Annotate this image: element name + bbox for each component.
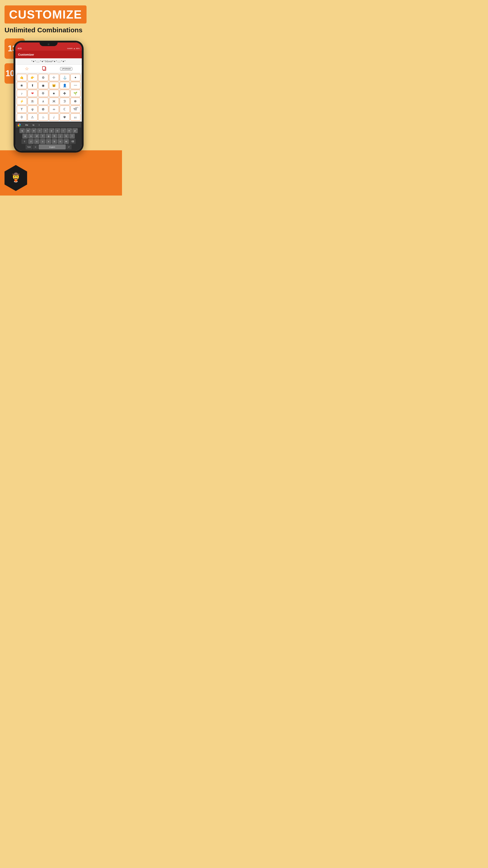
customize-banner: CUSTOMIZE <box>4 5 87 24</box>
key-c[interactable]: c <box>40 139 45 144</box>
symbol-cell-35[interactable]: ⚏ <box>70 114 80 121</box>
symbol-cell-19[interactable]: ☕ <box>28 98 38 105</box>
symbol-cell-32[interactable]: ♨ <box>38 114 48 121</box>
app-title: Customizer <box>18 53 34 56</box>
key-m[interactable]: m <box>64 139 69 144</box>
upgrade-tab[interactable]: UPGRADE <box>60 67 72 70</box>
symbol-cell-28[interactable]: ℂ <box>60 105 70 113</box>
banner-text: CUSTOMIZE <box>9 8 82 21</box>
key-e[interactable]: e3 <box>31 128 37 133</box>
app-header: Customizer <box>15 51 82 58</box>
key-w[interactable]: w2 <box>25 128 31 133</box>
key-space[interactable]: English <box>39 145 66 149</box>
symbol-cell-21[interactable]: Ж <box>49 98 59 105</box>
suggestion-3[interactable]: I <box>39 124 39 126</box>
symbol-cell-0[interactable]: 🤙 <box>17 74 27 81</box>
key-n[interactable]: n <box>58 139 63 144</box>
camera-icon <box>48 43 50 45</box>
symbol-cell-20[interactable]: ∧ <box>38 98 48 105</box>
google-icon <box>18 123 21 127</box>
symbol-cell-22[interactable]: ℬ <box>60 98 70 105</box>
key-v[interactable]: v <box>46 139 51 144</box>
symbol-cell-29[interactable]: ੴ <box>70 105 80 113</box>
subtitle-text: Unlimited Combinations <box>4 26 83 34</box>
key-z[interactable]: z <box>28 139 34 144</box>
hex-logo: 🤠 🦊 <box>4 165 27 191</box>
symbol-cell-33[interactable]: ♩ <box>49 114 59 121</box>
symbol-cell-23[interactable]: ☸ <box>70 98 80 105</box>
symbol-cell-3[interactable]: ☩ <box>49 74 59 81</box>
symbol-cell-30[interactable]: 0 <box>17 114 27 121</box>
keyboard-row-4: ?123 ☺ English ↵ <box>16 145 81 149</box>
key-i[interactable]: i8 <box>61 128 66 133</box>
symbol-cell-26[interactable]: ✿ <box>38 105 48 113</box>
signal-icon: ▲ <box>73 48 75 50</box>
phone-notch <box>39 42 58 46</box>
key-emoji[interactable]: ☺ <box>33 145 38 149</box>
symbol-cell-17[interactable]: 🌱 <box>70 90 80 97</box>
symbol-cell-10[interactable]: 👤 <box>60 82 70 89</box>
tab-row: ☆ UPGRADE <box>15 65 82 73</box>
phone-mockup: 4:21 VoWiFi ▲ 98% Customizer *★*:;;;:*★*… <box>13 41 122 153</box>
symbol-cell-4[interactable]: ⚓ <box>60 74 70 81</box>
wifi-label: VoWiFi <box>67 48 73 50</box>
symbol-cell-11[interactable]: 〰 <box>70 82 80 89</box>
key-delete[interactable]: ⌫ <box>69 139 76 144</box>
key-b[interactable]: b <box>52 139 57 144</box>
key-o[interactable]: o9 <box>66 128 72 133</box>
keyboard[interactable]: the to I q1w2e3r4t5y6u7i8o9p0 asdfghjkl … <box>15 122 82 151</box>
key-f[interactable]: f <box>40 133 45 138</box>
key-x[interactable]: x <box>34 139 39 144</box>
key-j[interactable]: j <box>58 133 63 138</box>
key-123[interactable]: ?123 <box>26 145 32 149</box>
symbol-cell-7[interactable]: ⬆ <box>28 82 38 89</box>
key-r[interactable]: r4 <box>37 128 42 133</box>
copy-tab[interactable] <box>42 66 47 71</box>
symbol-cell-8[interactable]: ◉ <box>38 82 48 89</box>
symbol-cell-27[interactable]: ∞ <box>49 105 59 113</box>
symbol-cell-2[interactable]: ⚙ <box>38 74 48 81</box>
keyboard-row-3: ⇧zxcvbnm⌫ <box>16 139 81 144</box>
key-d[interactable]: d <box>34 133 39 138</box>
key-q[interactable]: q1 <box>20 128 25 133</box>
suggestion-1[interactable]: the <box>25 124 28 126</box>
key-a[interactable]: a <box>22 133 28 138</box>
symbol-cell-15[interactable]: ★ <box>49 90 59 97</box>
symbol-cell-12[interactable]: ♪ <box>17 90 27 97</box>
keyboard-suggestions: the to I <box>16 123 81 127</box>
battery-text: 98% <box>76 48 79 50</box>
mascot: 🤠 🦊 <box>4 165 27 191</box>
key-t[interactable]: t5 <box>43 128 48 133</box>
symbol-cell-13[interactable]: ❤ <box>28 90 38 97</box>
key-s[interactable]: s <box>28 133 34 138</box>
status-time: 4:21 <box>18 47 22 50</box>
symbol-cell-1[interactable]: 👉 <box>28 74 38 81</box>
symbol-cell-31[interactable]: ⚠ <box>28 114 38 121</box>
keyboard-row-1: q1w2e3r4t5y6u7i8o9p0 <box>16 128 81 133</box>
star-tab[interactable]: ☆ <box>25 66 29 71</box>
text-display: *★*:;;;:*★*ℬ£оо∂*★*:;;;:*★* <box>15 58 82 65</box>
symbol-cell-25[interactable]: φ <box>28 105 38 113</box>
key-p[interactable]: p0 <box>72 128 78 133</box>
key-k[interactable]: k <box>64 133 69 138</box>
keyboard-row-2: asdfghjkl <box>16 133 81 138</box>
symbol-cell-6[interactable]: ❀ <box>17 82 27 89</box>
symbols-grid: 🤙👉⚙☩⚓✦❀⬆◉😺👤〰♪❤⛧★✤🌱⚡☕∧Жℬ☸ϒφ✿∞ℂੴ0⚠♨♩✾⚏ <box>15 73 82 122</box>
symbol-cell-18[interactable]: ⚡ <box>17 98 27 105</box>
key-enter[interactable]: ↵ <box>66 145 72 149</box>
symbol-cell-34[interactable]: ✾ <box>60 114 70 121</box>
status-icons: VoWiFi ▲ 98% <box>67 48 79 50</box>
symbol-cell-16[interactable]: ✤ <box>60 90 70 97</box>
key-l[interactable]: l <box>69 133 75 138</box>
key-y[interactable]: y6 <box>49 128 54 133</box>
symbol-cell-5[interactable]: ✦ <box>70 74 80 81</box>
key-h[interactable]: h <box>52 133 57 138</box>
symbol-cell-24[interactable]: ϒ <box>17 105 27 113</box>
bottom-section: 🤠 🦊 <box>0 150 122 195</box>
key-u[interactable]: u7 <box>55 128 60 133</box>
key-g[interactable]: g <box>46 133 51 138</box>
symbol-cell-9[interactable]: 😺 <box>49 82 59 89</box>
suggestion-2[interactable]: to <box>33 124 35 126</box>
symbol-cell-14[interactable]: ⛧ <box>38 90 48 97</box>
key-shift[interactable]: ⇧ <box>22 139 28 144</box>
